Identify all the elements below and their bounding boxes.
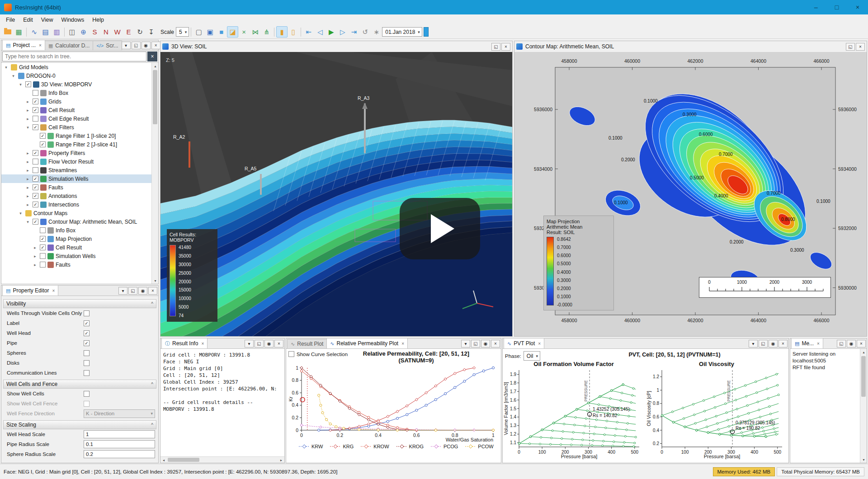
legend-item-pcow[interactable]: PCOW — [465, 444, 493, 449]
show-faults-button[interactable]: × — [238, 26, 250, 38]
expander-open-icon[interactable]: ▾ — [25, 220, 31, 224]
checkbox[interactable] — [33, 90, 38, 96]
close-button[interactable]: × — [778, 340, 788, 348]
scroll-thumb[interactable] — [168, 458, 199, 462]
checkbox[interactable] — [33, 167, 38, 173]
draw-style-lines-button[interactable]: ▢ — [193, 26, 204, 38]
scroll-right-icon[interactable]: ▸ — [278, 457, 284, 463]
maximize-button[interactable]: □ — [826, 0, 847, 14]
tree-item-contour-map-arithmetic-mean-soil[interactable]: ▾✓Contour Map: Arithmetic Mean, SOIL — [1, 217, 158, 226]
draw-style-surface-button[interactable]: ■ — [216, 26, 227, 38]
scroll-up-icon[interactable]: ▴ — [152, 63, 158, 69]
new-plot-main-window-button[interactable]: ∿ — [28, 26, 40, 38]
phase-select[interactable]: Oil ▾ — [524, 351, 540, 361]
close-icon[interactable]: × — [401, 341, 404, 346]
legend-item-krg[interactable]: KRG — [330, 444, 354, 449]
timestep-select[interactable]: 01.Jan 2018▾ — [382, 27, 422, 37]
tree-item-range-filter-2-j-slice-41[interactable]: ✓Range Filter 2 [J-slice 41] — [1, 140, 158, 149]
pin-button[interactable]: ◉ — [847, 340, 856, 348]
close-icon[interactable]: × — [817, 341, 820, 346]
checkbox-disks[interactable] — [84, 360, 90, 366]
pin-button[interactable]: ◉ — [264, 340, 274, 348]
tab-project[interactable]: ▤Project ...× — [2, 40, 45, 50]
checkbox[interactable] — [33, 116, 38, 122]
checkbox-spheres[interactable] — [84, 350, 90, 356]
tree-item-grid-models[interactable]: ▾Grid Models — [1, 63, 158, 71]
expander-closed-icon[interactable]: ▸ — [25, 117, 31, 121]
checkbox[interactable]: ✓ — [33, 184, 38, 190]
anim-step-forward-button[interactable]: ▷ — [337, 26, 348, 38]
toggle-dynamic-parameter-button[interactable]: ▯ — [288, 26, 299, 38]
minimize-button[interactable]: – — [806, 0, 826, 14]
checkbox-well-head[interactable]: ✓ — [84, 330, 90, 336]
checkbox[interactable]: ✓ — [33, 107, 38, 113]
menu-windows[interactable]: Windows — [57, 15, 89, 24]
relperm-chart[interactable]: 00.20.40.60.8100.20.40.60.81Water/Gas Sa… — [288, 365, 497, 442]
checkbox-pipe[interactable]: ✓ — [84, 340, 90, 346]
float-button[interactable]: ◱ — [759, 340, 768, 348]
menu-file[interactable]: File — [2, 15, 19, 24]
tree-item-range-filter-1-i-slice-20[interactable]: ✓Range Filter 1 [I-slice 20] — [1, 131, 158, 140]
checkbox[interactable]: ✓ — [40, 244, 46, 250]
close-button[interactable]: × — [856, 43, 865, 51]
view-west-button[interactable]: W — [112, 26, 123, 38]
pin-button[interactable]: ◉ — [769, 340, 778, 348]
expander-closed-icon[interactable]: ▸ — [25, 177, 31, 181]
pin-button[interactable]: ◉ — [142, 42, 151, 49]
float-button[interactable]: ◱ — [846, 43, 855, 51]
tab-messages[interactable]: ▤ Me... × — [791, 338, 823, 348]
open-project-button[interactable] — [2, 26, 13, 38]
tree-item-flow-vector-result[interactable]: ▸Flow Vector Result — [1, 157, 158, 166]
tree-item-map-projection[interactable]: ✓Map Projection — [1, 235, 158, 243]
close-button[interactable]: × — [148, 287, 157, 295]
tab-pvt-plot[interactable]: ∿ PVT Plot × — [504, 338, 544, 348]
input-pipe-radius-scale[interactable]: 0.1 — [84, 440, 155, 448]
tree-item-simulation-wells[interactable]: ▸✓Simulation Wells — [1, 174, 158, 183]
expander-closed-icon[interactable]: ▸ — [25, 185, 31, 190]
scroll-up-icon[interactable]: ▴ — [860, 349, 867, 355]
expander-open-icon[interactable]: ▾ — [3, 65, 9, 70]
view-east-button[interactable]: E — [123, 26, 134, 38]
tab-scr[interactable]: </>Scr... — [93, 41, 122, 50]
tree-item-intersections[interactable]: ▸✓Intersections — [1, 200, 158, 209]
legend-item-pcog[interactable]: PCOG — [431, 444, 458, 449]
expander-closed-icon[interactable]: ▸ — [32, 263, 38, 267]
section-header-well-cells-and-fence[interactable]: Well Cells and Fence^ — [3, 380, 156, 389]
checkbox[interactable]: ✓ — [25, 81, 31, 87]
anim-settings-button[interactable]: ∗ — [371, 26, 382, 38]
input-sphere-radius-scale[interactable]: 0.2 — [84, 450, 155, 458]
expander-closed-icon[interactable]: ▸ — [25, 160, 31, 164]
checkbox-wells-through-visible-cells-only[interactable] — [84, 310, 90, 316]
select-well-fence-direction[interactable]: K - Direction▾ — [84, 409, 155, 418]
scroll-thumb[interactable] — [861, 356, 866, 397]
tree-item-contour-maps[interactable]: ▾Contour Maps — [1, 209, 158, 217]
checkbox[interactable]: ✓ — [33, 193, 38, 199]
float-button[interactable]: ◱ — [491, 43, 500, 51]
tree-item-faults[interactable]: ▸Faults — [1, 260, 158, 269]
checkbox[interactable] — [40, 253, 46, 259]
zoom-all-button[interactable]: ⊕ — [78, 26, 89, 38]
float-button[interactable]: ◱ — [128, 287, 137, 295]
show-well-paths-button[interactable]: ⋔ — [261, 26, 272, 38]
draw-style-faults-button[interactable]: ◪ — [227, 26, 238, 38]
search-input[interactable] — [2, 52, 146, 61]
view-south-button[interactable]: S — [89, 26, 100, 38]
expander-open-icon[interactable]: ▾ — [10, 74, 16, 78]
view-north-button[interactable]: N — [100, 26, 112, 38]
tab-result-plot[interactable]: ∿Result Plot — [287, 339, 327, 348]
close-button[interactable]: × — [857, 340, 866, 348]
checkbox-label[interactable]: ✓ — [84, 320, 90, 326]
close-icon[interactable]: × — [52, 288, 55, 293]
scroll-down-icon[interactable]: ▾ — [152, 277, 158, 284]
close-button[interactable]: × — [847, 0, 868, 14]
close-icon[interactable]: × — [39, 43, 42, 48]
menu-button[interactable]: ▾ — [122, 42, 131, 49]
expander-closed-icon[interactable]: ▸ — [25, 151, 31, 155]
legend-item-krow[interactable]: KROW — [361, 444, 389, 449]
tree-item-streamlines[interactable]: ▸Streamlines — [1, 166, 158, 174]
tree-scrollbar[interactable]: ▴ ▾ — [151, 63, 158, 284]
checkbox-show-well-cells[interactable] — [84, 391, 90, 397]
checkbox[interactable] — [40, 262, 46, 268]
pin-button[interactable]: ◉ — [481, 340, 490, 348]
tree-item-faults[interactable]: ▸✓Faults — [1, 183, 158, 192]
